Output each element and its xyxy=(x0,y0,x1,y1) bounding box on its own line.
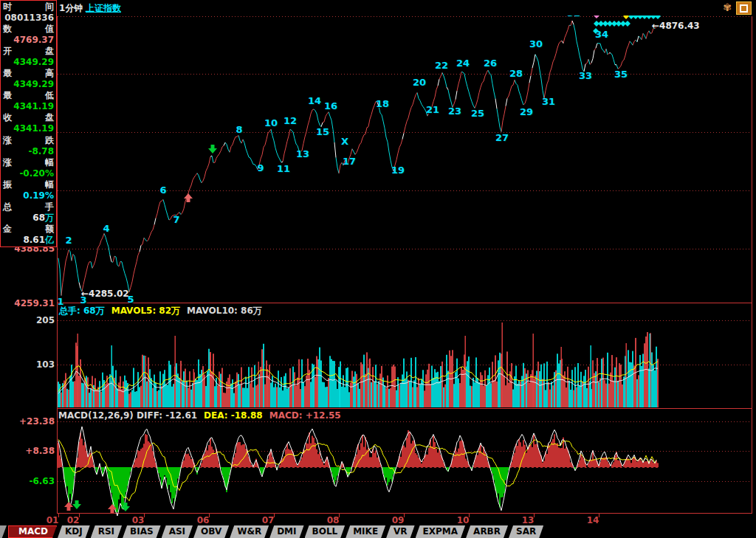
wave-label-17: 17 xyxy=(343,156,356,167)
tab-sar[interactable]: SAR xyxy=(509,525,543,538)
quote-label: 涨跌 xyxy=(1,135,56,146)
quote-value: 08011336 xyxy=(1,13,56,24)
wave-label-20: 20 xyxy=(413,77,426,88)
volume-legend: 总手: 68万MAVOL5: 82万MAVOL10: 86万 xyxy=(59,305,269,317)
title-bar: 1分钟 上证指数 ✾ xyxy=(0,0,756,15)
flower-icon[interactable]: ✾ xyxy=(721,1,734,13)
quote-label: 收盘 xyxy=(1,112,56,123)
wave-label-8: 8 xyxy=(236,124,242,135)
volume-total-label: 总手: 68万 xyxy=(59,306,105,316)
wave-label-18: 18 xyxy=(376,98,389,109)
time-label-13: 13 xyxy=(522,515,535,525)
wave-label-11: 11 xyxy=(277,163,290,174)
tab-vr[interactable]: VR xyxy=(386,525,415,538)
quote-row-最低: 最低4341.19 xyxy=(1,90,56,112)
wave-label-27: 27 xyxy=(495,132,509,143)
quote-label: 时间 xyxy=(1,1,56,13)
time-label-08: 08 xyxy=(327,515,340,525)
wave-label-10: 10 xyxy=(264,117,278,128)
wave-label-21: 21 xyxy=(426,104,439,115)
tab-bias[interactable]: BIAS xyxy=(123,525,161,538)
mavol10-label: MAVOL10: 86万 xyxy=(187,306,262,316)
tab-scroll-nub[interactable] xyxy=(0,525,7,538)
wave-label-34: 34 xyxy=(595,29,608,40)
indicator-tab-bar: MACDKDJRSIBIASASIOBVW&RDMIBOLLMIKEVREXPM… xyxy=(0,525,756,538)
wave-label-X: X xyxy=(341,136,348,147)
macd-dea-label: DEA: -18.88 xyxy=(204,410,263,421)
mavol5-label: MAVOL5: 82万 xyxy=(111,306,180,316)
wave-label-31: 31 xyxy=(542,96,555,107)
tab-expma[interactable]: EXPMA xyxy=(416,525,465,538)
wave-label-29: 29 xyxy=(520,106,533,117)
stock-terminal-window: 1分钟 上证指数 ✾ 时间08011336数值4769.37开盘4349.29最… xyxy=(0,0,756,538)
tab-wr[interactable]: W&R xyxy=(230,525,269,538)
quote-row-金额: 金额8.61亿 xyxy=(1,224,56,246)
quote-label: 最低 xyxy=(1,90,56,101)
quote-value: 4349.29 xyxy=(1,79,56,90)
quote-value: -8.78 xyxy=(1,146,56,157)
wave-label-26: 26 xyxy=(484,58,497,69)
tab-macd[interactable]: MACD xyxy=(8,525,57,538)
tab-kdj[interactable]: KDJ xyxy=(58,525,90,538)
tab-boll[interactable]: BOLL xyxy=(305,525,346,538)
quote-label: 数值 xyxy=(1,24,56,35)
wave-label-23: 23 xyxy=(448,106,461,117)
wave-label-30: 30 xyxy=(529,38,543,49)
tab-dmi[interactable]: DMI xyxy=(269,525,303,538)
quote-row-收盘: 收盘4341.19 xyxy=(1,112,56,134)
quote-row-时间: 时间08011336 xyxy=(1,1,56,24)
window-controls: ✾ xyxy=(721,1,752,15)
wave-label-4: 4 xyxy=(103,223,109,234)
tab-rsi[interactable]: RSI xyxy=(91,525,122,538)
quote-value: 4769.37 xyxy=(1,35,56,46)
wave-label-16: 16 xyxy=(324,100,337,111)
wave-label-25: 25 xyxy=(471,108,484,119)
quote-row-开盘: 开盘4349.29 xyxy=(1,46,56,68)
quote-value: -0.20% xyxy=(1,168,56,179)
price-axis-label: 4259.31 xyxy=(0,298,55,308)
time-label-09: 09 xyxy=(392,515,405,525)
quote-row-涨幅: 涨幅-0.20% xyxy=(1,157,56,179)
wave-label-24: 24 xyxy=(456,58,470,69)
quote-row-振幅: 振幅0.19% xyxy=(1,179,56,201)
chart-canvas[interactable] xyxy=(0,0,756,538)
quote-value: 4349.29 xyxy=(1,57,56,68)
macd-diff-label: MACD(12,26,9) DIFF: -12.61 xyxy=(58,410,197,421)
quote-row-涨跌: 涨跌-8.78 xyxy=(1,135,56,157)
wave-label-13: 13 xyxy=(296,148,309,159)
quote-label: 涨幅 xyxy=(1,157,56,168)
wave-label-5: 5 xyxy=(127,294,134,305)
symbol-label[interactable]: 上证指数 xyxy=(86,2,121,15)
high-price-annotation: ←4876.43 xyxy=(652,21,700,31)
quote-value: 4341.19 xyxy=(1,123,56,134)
tab-obv[interactable]: OBV xyxy=(193,525,229,538)
tab-mike[interactable]: MIKE xyxy=(346,525,385,538)
quote-label: 最高 xyxy=(1,68,56,79)
tab-arbr[interactable]: ARBR xyxy=(466,525,508,538)
quote-value: 0.19% xyxy=(1,190,56,201)
quote-value: 4341.19 xyxy=(1,101,56,112)
time-label-10: 10 xyxy=(457,515,470,525)
maximize-icon[interactable] xyxy=(736,1,752,15)
quote-label: 开盘 xyxy=(1,46,56,57)
macd-legend: MACD(12,26,9) DIFF: -12.61DEA: -18.88MAC… xyxy=(58,410,348,421)
time-label-07: 07 xyxy=(262,515,275,525)
period-label: 1分钟 xyxy=(59,2,83,15)
wave-label-3: 3 xyxy=(80,294,86,306)
time-label-02: 02 xyxy=(67,515,80,525)
quote-value: 8.61亿 xyxy=(1,235,56,246)
tab-asi[interactable]: ASI xyxy=(162,525,193,538)
time-label-01: 01 xyxy=(47,515,59,525)
quote-label: 总手 xyxy=(1,201,56,213)
wave-label-19: 19 xyxy=(391,165,405,176)
quote-row-数值: 数值4769.37 xyxy=(1,24,56,46)
quote-sidebar: 时间08011336数值4769.37开盘4349.29最高4349.29最低4… xyxy=(0,0,57,247)
quote-label: 振幅 xyxy=(1,179,56,190)
quote-label: 金额 xyxy=(1,224,56,235)
macd-axis-label: -6.63 xyxy=(0,476,55,486)
low-price-annotation: ←4285.02 xyxy=(81,289,129,299)
wave-label-22: 22 xyxy=(435,60,448,71)
wave-label-33: 33 xyxy=(579,70,592,81)
quote-value: 68万 xyxy=(1,213,56,224)
time-label-03: 03 xyxy=(132,515,145,525)
